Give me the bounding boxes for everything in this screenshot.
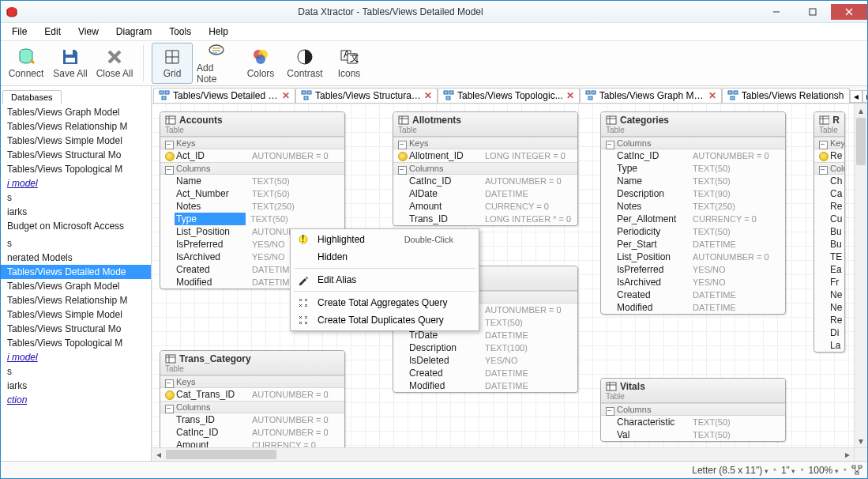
column-row[interactable]: PeriodicityTEXT(50) — [601, 225, 785, 238]
column-row[interactable]: TE — [814, 251, 844, 263]
horizontal-scrollbar[interactable]: ◂▸ — [152, 447, 854, 461]
column-row[interactable]: Allotment_IDLONG INTEGER = 0 — [393, 149, 577, 162]
colors-button[interactable]: Colors — [240, 43, 281, 84]
column-row[interactable]: Re — [814, 314, 844, 326]
column-row[interactable]: Ca — [814, 187, 844, 200]
column-row[interactable]: Ne — [814, 301, 844, 314]
column-row[interactable]: Trans_IDLONG INTEGER * = 0 — [393, 213, 577, 225]
sidebar-item[interactable]: Tables/Views Structural Mo — [1, 148, 151, 162]
margin-select[interactable]: 1" — [781, 465, 795, 476]
table-vitals[interactable]: VitalsTableColumnsCharacteristicTEXT(50)… — [600, 378, 786, 442]
section-keys[interactable]: Keys — [814, 137, 844, 149]
section-columns[interactable]: Columns — [160, 401, 344, 413]
sidebar-item[interactable]: Tables/Views Graph Model — [1, 105, 151, 119]
table-r[interactable]: RTableKeysReColumnsChCaReCuBuBuTEEaFrNeN… — [814, 111, 845, 353]
section-columns[interactable]: Columns — [814, 162, 844, 175]
saveall-button[interactable]: Save All — [50, 43, 91, 84]
scroll-left-icon[interactable]: ◂ — [152, 448, 165, 461]
connect-button[interactable]: Connect — [6, 43, 47, 84]
table-allotments[interactable]: AllotmentsTableKeysAllotment_IDLONG INTE… — [393, 111, 578, 226]
close-icon[interactable]: ✕ — [566, 90, 574, 101]
sidebar-item[interactable]: iarks — [1, 379, 151, 393]
menu-item[interactable]: Hidden — [292, 248, 477, 266]
table-categories[interactable]: CategoriesTableColumnsCatInc_IDAUTONUMBE… — [600, 111, 786, 315]
addnote-button[interactable]: Add Note — [196, 43, 237, 84]
zoom-select[interactable]: 100% — [809, 465, 839, 476]
column-row[interactable]: Bu — [814, 225, 844, 238]
column-row[interactable]: TypeTEXT(50) — [601, 162, 785, 175]
sidebar-item[interactable]: s — [1, 190, 151, 205]
sidebar-item[interactable]: Tables/Views Simple Model — [1, 307, 151, 322]
sidebar-tab-databases[interactable]: Databases — [2, 90, 62, 104]
tab-scroll-left[interactable]: ◂ — [850, 90, 862, 103]
tab-topological[interactable]: Tables/Views Topologic...✕ — [438, 88, 580, 103]
column-row[interactable]: Ne — [814, 289, 844, 301]
section-columns[interactable]: Columns — [393, 162, 577, 175]
sidebar-item[interactable]: Tables/Views Topological M — [1, 162, 151, 176]
page-size-select[interactable]: Letter (8.5 x 11") — [692, 465, 768, 476]
column-row[interactable]: Cu — [814, 213, 844, 225]
menu-item[interactable]: !HighlightedDouble-Click — [292, 231, 477, 248]
sidebar-item[interactable]: Tables/Views Structural Mo — [1, 322, 151, 336]
close-icon[interactable]: ✕ — [424, 90, 432, 101]
menu-edit[interactable]: Edit — [36, 25, 69, 39]
menu-view[interactable]: View — [70, 25, 107, 39]
minimize-button[interactable] — [758, 4, 795, 20]
section-columns[interactable]: Columns — [601, 403, 785, 416]
column-row[interactable]: Di — [814, 326, 844, 339]
scroll-down-icon[interactable]: ▾ — [855, 434, 867, 447]
menu-item[interactable]: Create Total Duplicates Query — [292, 311, 477, 329]
column-row[interactable]: ModifiedDATETIME — [393, 379, 577, 392]
sidebar-item[interactable]: ction — [1, 393, 151, 407]
column-row[interactable]: NotesTEXT(250) — [160, 200, 344, 213]
closeall-button[interactable]: Close All — [94, 43, 135, 84]
column-row[interactable]: IsDeletedYES/NO — [393, 354, 577, 367]
sidebar-item[interactable]: Tables/Views Detailed Mode — [1, 265, 151, 279]
column-row[interactable]: AmountCURRENCY = 0 — [393, 200, 577, 213]
menu-item[interactable]: Edit Alias — [292, 271, 477, 289]
sidebar-item[interactable]: iarks — [1, 205, 151, 219]
column-row[interactable]: Act_IDAUTONUMBER = 0 — [160, 149, 344, 162]
column-row[interactable]: CatInc_IDAUTONUMBER = 0 — [601, 149, 785, 162]
column-row[interactable]: Ea — [814, 263, 844, 276]
menu-item[interactable]: Create Total Aggregates Query — [292, 294, 477, 311]
column-row[interactable]: CreatedDATETIME — [393, 367, 577, 379]
tab-structural[interactable]: Tables/Views Structural...✕ — [295, 88, 438, 103]
column-row[interactable]: CatInc_IDAUTONUMBER = 0 — [160, 426, 344, 439]
column-row[interactable]: Ch — [814, 175, 844, 187]
column-row[interactable]: Fr — [814, 276, 844, 289]
column-row[interactable]: Per_StartDATETIME — [601, 238, 785, 251]
column-row[interactable]: CatInc_IDAUTONUMBER = 0 — [393, 175, 577, 187]
icons-button[interactable]: A文 Icons — [329, 43, 370, 84]
sidebar-item[interactable]: Tables/Views Simple Model — [1, 134, 151, 148]
column-row[interactable]: ValTEXT(50) — [601, 428, 785, 441]
tab-graph[interactable]: Tables/Views Graph Mo...✕ — [580, 88, 722, 103]
section-keys[interactable]: Keys — [160, 375, 344, 388]
column-row[interactable]: Act_NumberTEXT(50) — [160, 187, 344, 200]
scroll-up-icon[interactable]: ▴ — [855, 104, 867, 117]
close-icon[interactable]: ✕ — [282, 90, 290, 101]
sidebar-item[interactable]: Tables/Views Graph Model — [1, 279, 151, 293]
menu-file[interactable]: File — [4, 25, 35, 39]
column-row[interactable]: La — [814, 339, 844, 352]
column-row[interactable]: ModifiedDATETIME — [601, 301, 785, 314]
contrast-button[interactable]: Contrast — [284, 43, 325, 84]
column-row[interactable]: Per_AllotmentCURRENCY = 0 — [601, 213, 785, 225]
column-row[interactable]: AlDateDATETIME — [393, 187, 577, 200]
section-columns[interactable]: Columns — [601, 137, 785, 149]
column-row[interactable]: DescriptionTEXT(90) — [601, 187, 785, 200]
grid-button[interactable]: Grid — [152, 43, 193, 84]
diagram-icon[interactable] — [851, 465, 862, 476]
sidebar-item[interactable]: i model — [1, 350, 151, 364]
column-row[interactable]: Trans_IDAUTONUMBER = 0 — [160, 413, 344, 426]
section-keys[interactable]: Keys — [160, 137, 344, 149]
column-row[interactable]: Re — [814, 200, 844, 213]
section-columns[interactable]: Columns — [160, 162, 344, 175]
table-transcategory[interactable]: Trans_CategoryTableKeysCat_Trans_IDAUTON… — [160, 350, 345, 452]
sidebar-item[interactable]: nerated Models — [1, 251, 151, 265]
column-row[interactable]: NameTEXT(50) — [160, 175, 344, 187]
tab-relationship[interactable]: Tables/Views Relationsh — [722, 88, 850, 103]
column-row[interactable]: DescriptionTEXT(100) — [393, 341, 577, 354]
column-row[interactable]: Re — [814, 149, 844, 162]
section-keys[interactable]: Keys — [393, 137, 577, 149]
